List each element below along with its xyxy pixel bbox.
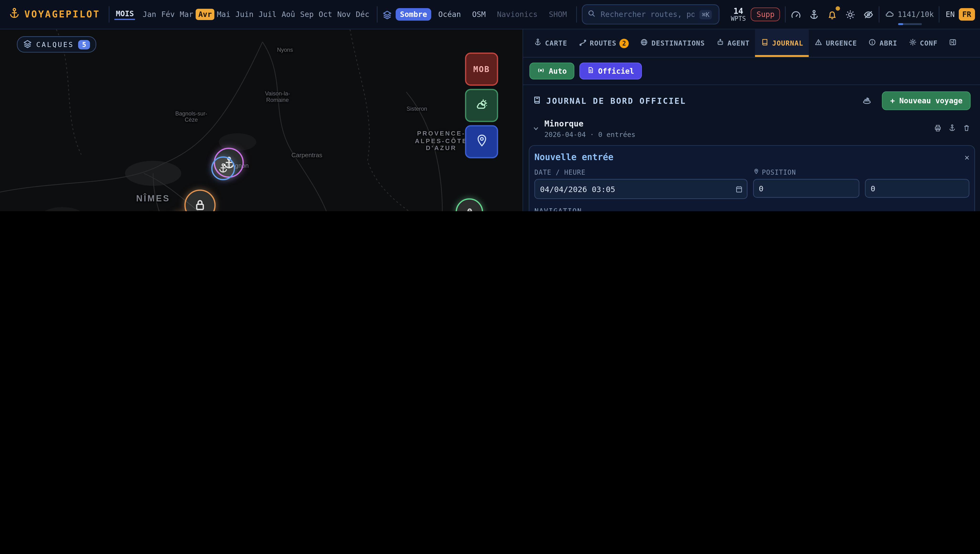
broadcast-icon xyxy=(537,66,545,76)
basemap-navionics[interactable]: Navionics xyxy=(493,8,542,21)
navigation-section-label: NAVIGATION xyxy=(535,207,969,211)
tab-conf[interactable]: CONF xyxy=(903,29,943,57)
month-mar[interactable]: Mar xyxy=(177,9,196,20)
routes-count-badge: 2 xyxy=(620,38,629,48)
auto-mode-button[interactable]: Auto xyxy=(529,62,574,80)
tile-usage: 1141/10k xyxy=(885,8,934,20)
voyage-info[interactable]: Minorque 2026-04-04 · 0 entrées xyxy=(544,119,929,139)
calendar-icon[interactable] xyxy=(735,184,743,196)
new-entry-card: Nouvelle entrée ✕ DATE / HEURE xyxy=(529,145,975,211)
usage-progress xyxy=(898,23,922,25)
panel-collapse-button[interactable] xyxy=(943,29,963,57)
month-juil[interactable]: Juil xyxy=(256,9,279,20)
waypoint-count-label: WPTS xyxy=(731,15,746,22)
months-label: MOIS xyxy=(115,9,135,20)
logbook-icon xyxy=(533,96,541,106)
place-label: NÎMES xyxy=(136,193,170,203)
tab-agent[interactable]: AGENT xyxy=(710,29,755,57)
datetime-input[interactable] xyxy=(535,179,748,199)
top-bar: VOYAGEPILOT MOIS JanFévMarAvrMaiJuinJuil… xyxy=(0,0,980,29)
notification-dot xyxy=(836,6,840,10)
voyage-meta: 2026-04-04 · 0 entrées xyxy=(544,131,929,139)
app: VOYAGEPILOT MOIS JanFévMarAvrMaiJuinJuil… xyxy=(0,0,980,211)
tab-destinations[interactable]: DESTINATIONS xyxy=(635,29,711,57)
month-aoû[interactable]: Aoû xyxy=(279,9,298,20)
basemap-shom[interactable]: SHOM xyxy=(544,8,571,21)
usage-value: 1141/10k xyxy=(898,10,934,19)
month-sep[interactable]: Sep xyxy=(298,9,316,20)
tab-journal[interactable]: JOURNAL xyxy=(755,29,809,57)
side-panel: CARTEROUTES2DESTINATIONSAGENTJOURNALURGE… xyxy=(523,29,980,211)
route-icon xyxy=(578,38,587,48)
document-icon xyxy=(587,66,594,76)
weather-button[interactable] xyxy=(465,89,498,122)
search-box[interactable]: ⌘K xyxy=(582,4,720,24)
officiel-mode-button[interactable]: Officiel xyxy=(579,62,642,80)
map-action-buttons: MOB xyxy=(465,53,498,158)
basemap-switcher: SombreOcéanOSMNavionicsSHOM xyxy=(382,8,571,21)
ship-icon[interactable] xyxy=(862,96,872,106)
trash-icon[interactable] xyxy=(963,123,971,134)
panel-tabs: CARTEROUTES2DESTINATIONSAGENTJOURNALURGE… xyxy=(523,29,980,57)
layers-panel-button[interactable]: CALQUES 5 xyxy=(17,36,96,53)
tab-abri[interactable]: ABRI xyxy=(863,29,903,57)
tab-urgence[interactable]: URGENCE xyxy=(809,29,862,57)
robot-icon xyxy=(716,38,724,48)
close-icon[interactable]: ✕ xyxy=(964,152,969,162)
basemap-océan[interactable]: Océan xyxy=(434,8,465,21)
export-anchor-icon[interactable] xyxy=(948,123,956,134)
month-jan[interactable]: Jan xyxy=(140,9,159,20)
layers-count-badge: 5 xyxy=(78,40,90,49)
lang-en-button[interactable]: EN xyxy=(946,10,955,19)
officiel-mode-label: Officiel xyxy=(598,67,634,75)
tab-label: ABRI xyxy=(880,39,897,47)
month-avr[interactable]: Avr xyxy=(196,9,215,20)
place-label: Nyons xyxy=(277,47,293,53)
brightness-sun-icon[interactable] xyxy=(845,9,856,20)
divider xyxy=(109,6,110,22)
info-circle-icon xyxy=(868,38,876,48)
tab-routes[interactable]: ROUTES2 xyxy=(573,29,635,57)
waypoint-count: 14 xyxy=(733,7,743,16)
tab-label: AGENT xyxy=(727,39,749,47)
month-mai[interactable]: Mai xyxy=(215,9,233,20)
location-pin-icon xyxy=(474,133,489,150)
longitude-input[interactable] xyxy=(865,179,969,198)
globe-icon xyxy=(640,38,648,48)
locate-button[interactable] xyxy=(465,125,498,158)
tab-label: CARTE xyxy=(545,39,567,47)
search-input[interactable] xyxy=(600,9,696,19)
journal-mode-row: Auto Officiel xyxy=(523,57,980,85)
mob-button[interactable]: MOB xyxy=(465,53,498,86)
month-fév[interactable]: Fév xyxy=(159,9,177,20)
search-icon xyxy=(587,9,596,19)
place-label: Sisteron xyxy=(407,106,427,112)
delete-waypoints-button[interactable]: Supp xyxy=(751,7,780,21)
tab-carte[interactable]: CARTE xyxy=(528,29,573,57)
journal-title-text: JOURNAL DE BORD OFFICIEL xyxy=(546,96,686,105)
basemap-osm[interactable]: OSM xyxy=(468,8,490,21)
notifications-bell-icon[interactable] xyxy=(827,9,838,20)
month-déc[interactable]: Déc xyxy=(353,9,372,20)
latitude-input[interactable] xyxy=(753,179,859,198)
month-juin[interactable]: Juin xyxy=(233,9,256,20)
anchor-icon[interactable] xyxy=(809,9,819,20)
tab-label: CONF xyxy=(920,39,937,47)
print-icon[interactable] xyxy=(934,123,942,134)
tab-label: URGENCE xyxy=(826,39,857,47)
month-oct[interactable]: Oct xyxy=(316,9,335,20)
divider xyxy=(785,6,786,22)
visibility-off-icon[interactable] xyxy=(863,9,874,20)
lang-fr-button[interactable]: FR xyxy=(959,8,975,21)
map-canvas[interactable]: NyonsVaison-la- RomaineBagnols-sur- Cèze… xyxy=(0,29,523,211)
collapse-icon xyxy=(949,38,957,48)
chevron-down-icon[interactable] xyxy=(533,123,539,134)
months-list: JanFévMarAvrMaiJuinJuilAoûSepOctNovDéc xyxy=(140,10,372,19)
journal-title: JOURNAL DE BORD OFFICIEL xyxy=(533,96,686,106)
month-nov[interactable]: Nov xyxy=(335,9,353,20)
poi-marker-anchor[interactable] xyxy=(211,156,235,180)
gauge-icon[interactable] xyxy=(791,9,802,20)
new-voyage-button[interactable]: + Nouveau voyage xyxy=(882,91,970,110)
divider xyxy=(576,6,577,22)
basemap-sombre[interactable]: Sombre xyxy=(396,8,431,21)
